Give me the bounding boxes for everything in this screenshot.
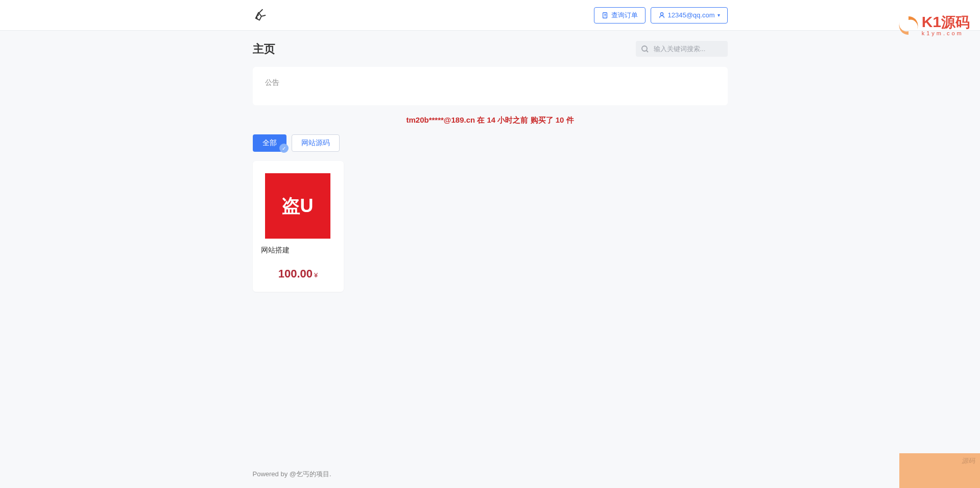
- footer-text: Powered by @乞丐的项目.: [253, 470, 331, 478]
- svg-rect-1: [603, 12, 607, 18]
- price-symbol: ¥: [314, 271, 318, 279]
- check-icon: ✓: [279, 144, 289, 153]
- footer: Powered by @乞丐的项目.: [253, 460, 728, 488]
- logo-icon[interactable]: [253, 8, 268, 23]
- header: 查询订单 12345@qq.com ▾: [0, 0, 980, 31]
- product-grid: 盗U 网站搭建 100.00¥: [253, 161, 728, 292]
- svg-point-3: [642, 46, 647, 51]
- tab-website-source[interactable]: 网站源码: [292, 134, 340, 152]
- bottom-notch: 源码: [899, 453, 980, 488]
- product-image: 盗U: [265, 173, 330, 239]
- page-title: 主页: [253, 41, 275, 57]
- user-button[interactable]: 12345@qq.com ▾: [651, 7, 728, 24]
- user-icon: [658, 12, 665, 19]
- product-image-text: 盗U: [282, 194, 314, 219]
- main: 主页 公告 tm20b*****@189.cn 在 14 小时之前 购买了 10…: [253, 31, 728, 460]
- user-label: 12345@qq.com: [668, 11, 715, 19]
- header-buttons: 查询订单 12345@qq.com ▾: [594, 7, 728, 24]
- query-order-button[interactable]: 查询订单: [594, 7, 646, 24]
- purchase-ticker: tm20b*****@189.cn 在 14 小时之前 购买了 10 件: [253, 115, 728, 125]
- product-price: 100.00¥: [253, 267, 344, 292]
- announce-card: 公告: [253, 67, 728, 105]
- announce-label: 公告: [265, 78, 715, 87]
- tab-all-label: 全部: [262, 138, 277, 147]
- product-card[interactable]: 盗U 网站搭建 100.00¥: [253, 161, 344, 292]
- search-input[interactable]: [636, 41, 728, 57]
- document-icon: [602, 12, 609, 19]
- notch-text: 源码: [962, 456, 975, 466]
- product-title: 网站搭建: [253, 246, 344, 255]
- price-value: 100.00: [278, 267, 313, 280]
- header-inner: 查询订单 12345@qq.com ▾: [253, 7, 728, 24]
- svg-point-2: [660, 12, 663, 15]
- chevron-down-icon: ▾: [718, 12, 720, 18]
- brand-sub: k1ym.com: [922, 31, 970, 36]
- tabs: 全部 ✓ 网站源码: [253, 134, 728, 152]
- search-icon: [641, 45, 649, 53]
- svg-point-0: [257, 14, 258, 15]
- search-box: [636, 41, 728, 57]
- tab-website-source-label: 网站源码: [301, 138, 330, 147]
- query-order-label: 查询订单: [611, 11, 638, 20]
- tab-all[interactable]: 全部 ✓: [253, 134, 286, 152]
- page-header: 主页: [253, 41, 728, 57]
